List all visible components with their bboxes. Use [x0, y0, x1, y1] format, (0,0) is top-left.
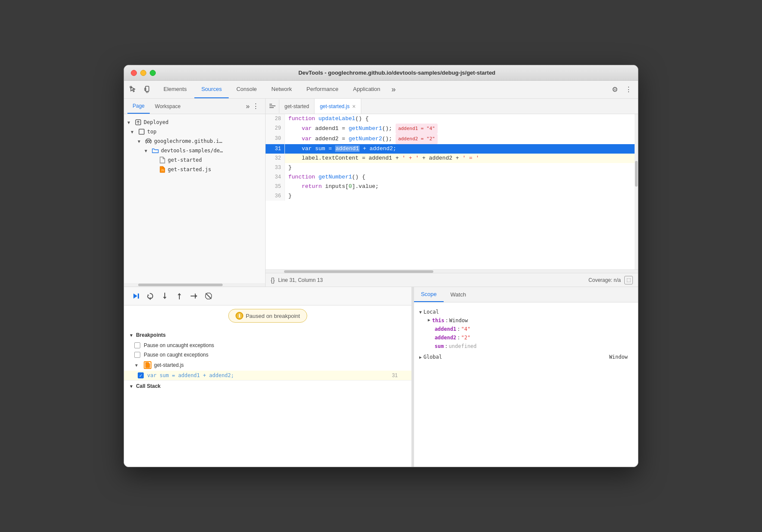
sources-more-tabs[interactable]: »	[246, 103, 250, 110]
tree-arrow-top: ▼	[131, 130, 138, 134]
tab-page[interactable]: Page	[127, 99, 150, 114]
scope-addend2-item: addend2 : "2"	[419, 333, 633, 342]
bp-item-checkbox[interactable]: ✓	[138, 372, 144, 378]
tab-application[interactable]: Application	[346, 81, 387, 98]
device-toolbar-button[interactable]	[141, 84, 153, 96]
line-number-29: 29	[266, 124, 285, 134]
sources-menu-button[interactable]: ⋮	[250, 100, 262, 112]
call-stack-arrow: ▼	[129, 384, 133, 389]
scope-local-section: ▼ Local ▶ this : Window	[414, 306, 638, 352]
global-arrow: ▶	[419, 355, 422, 360]
tab-elements[interactable]: Elements	[157, 81, 194, 98]
debugger-toolbar	[124, 287, 411, 305]
more-tabs-button[interactable]: »	[388, 81, 399, 98]
breakpoint-item[interactable]: ✓ var sum = addend1 + addend2; 31	[124, 371, 411, 380]
scope-tab-scope[interactable]: Scope	[414, 287, 444, 302]
code-line-29: 29 var addend1 = getNumber1();addend1 = …	[266, 124, 638, 134]
debugger-sections: ▼ Breakpoints Pause on uncaught exceptio…	[124, 326, 411, 467]
line-number-30: 30	[266, 134, 285, 144]
top-toolbar: Elements Sources Console Network Perform…	[124, 81, 638, 99]
cursor-position: Line 31, Column 13	[278, 277, 323, 283]
line-number-35: 35	[266, 182, 285, 191]
editor-tab-get-started-js[interactable]: get-started.js ×	[314, 99, 361, 114]
global-value: Window	[609, 354, 633, 360]
pause-caught-item[interactable]: Pause on caught exceptions	[124, 350, 411, 360]
tree-item-get-started-js[interactable]: ▶ JS get-started.js	[124, 165, 265, 174]
line-content-35: return inputs[0].value;	[285, 182, 638, 191]
sources-scrollbar	[124, 283, 265, 287]
code-scrollbar[interactable]	[266, 269, 638, 273]
tab-network[interactable]: Network	[265, 81, 299, 98]
scope-sum-item: sum : undefined	[419, 342, 633, 351]
tab-console[interactable]: Console	[230, 81, 264, 98]
status-left: {} Line 31, Column 13	[271, 277, 323, 284]
scope-this-item[interactable]: ▶ this : Window	[419, 316, 633, 325]
coverage-icon[interactable]: ⬚	[624, 276, 633, 284]
scope-tabs: Scope Watch	[414, 287, 638, 302]
svg-line-22	[206, 293, 211, 299]
breakpoints-label: Breakpoints	[136, 332, 166, 338]
close-button[interactable]	[131, 70, 137, 76]
sources-sub-tabs: Page Workspace » ⋮	[124, 99, 265, 114]
code-editor[interactable]: 28 function updateLabel() { 29 var adden…	[266, 114, 638, 269]
pause-uncaught-item[interactable]: Pause on uncaught exceptions	[124, 341, 411, 350]
local-section-header[interactable]: ▼ Local	[419, 308, 633, 316]
settings-button[interactable]: ⚙	[609, 84, 621, 96]
inspect-element-button[interactable]	[127, 84, 139, 96]
editor-tab-get-started-js-label: get-started.js	[320, 103, 349, 109]
deployed-icon	[134, 118, 142, 126]
pause-caught-checkbox[interactable]	[134, 352, 140, 358]
bp-item-code: var sum = addend1 + addend2;	[147, 372, 234, 378]
fullscreen-button[interactable]	[150, 70, 156, 76]
tree-item-googlechrome[interactable]: ▼ googlechrome.github.i…	[124, 136, 265, 146]
breakpoint-badge: ℹ Paused on breakpoint	[228, 309, 307, 323]
tab-workspace[interactable]: Workspace	[150, 99, 186, 114]
this-arrow: ▶	[428, 317, 430, 322]
editor-scrollbar[interactable]	[635, 114, 638, 269]
main-content: Page Workspace » ⋮ ▼ Deployed ▼	[124, 99, 638, 287]
status-right: Coverage: n/a ⬚	[589, 276, 633, 284]
addend1-key: addend1	[435, 326, 457, 332]
minimize-button[interactable]	[140, 70, 146, 76]
pause-uncaught-checkbox[interactable]	[134, 342, 140, 348]
tab-sources[interactable]: Sources	[194, 81, 229, 98]
tree-item-devtools-samples[interactable]: ▼ devtools-samples/de…	[124, 146, 265, 155]
scope-tab-watch[interactable]: Watch	[444, 287, 473, 302]
tree-item-get-started[interactable]: ▶ get-started	[124, 155, 265, 165]
tab-performance[interactable]: Performance	[299, 81, 345, 98]
devtools-menu-button[interactable]: ⋮	[623, 84, 635, 96]
editor-tab-close-button[interactable]: ×	[352, 103, 356, 110]
tree-label-deployed: Deployed	[144, 119, 169, 125]
editor-tab-get-started[interactable]: get-started	[279, 99, 314, 114]
tree-item-top[interactable]: ▼ top	[124, 127, 265, 136]
step-over-button[interactable]	[144, 290, 157, 302]
toolbar-icons	[127, 84, 153, 96]
code-line-34: 34 function getNumber1() {	[266, 172, 638, 182]
line-number-34: 34	[266, 172, 285, 182]
line-number-36: 36	[266, 191, 285, 201]
call-stack-header[interactable]: ▼ Call Stack	[124, 380, 411, 392]
line-number-33: 33	[266, 163, 285, 172]
step-into-button[interactable]	[158, 290, 171, 302]
step-button[interactable]	[187, 290, 200, 302]
line-number-32: 32	[266, 154, 285, 163]
svg-marker-11	[133, 293, 137, 299]
step-out-button[interactable]	[173, 290, 186, 302]
get-started-file-icon	[158, 156, 166, 164]
addend2-key: addend2	[435, 335, 457, 341]
get-started-js-icon: JS	[158, 166, 166, 173]
breakpoints-header[interactable]: ▼ Breakpoints	[124, 329, 411, 341]
bp-file-label: get-started.js	[154, 362, 184, 368]
scope-global-section[interactable]: ▶ Global Window	[414, 352, 638, 362]
breakpoint-file-item[interactable]: ▼ get-started.js	[124, 360, 411, 371]
format-button[interactable]	[266, 100, 279, 113]
this-key: this	[432, 317, 444, 323]
tree-item-deployed[interactable]: ▼ Deployed	[124, 118, 265, 127]
bp-file-icon	[144, 361, 151, 369]
bp-item-line: 31	[392, 372, 398, 378]
editor-scrollbar-thumb	[635, 161, 638, 187]
resume-button[interactable]	[129, 290, 142, 302]
sum-value: undefined	[449, 343, 477, 349]
breakpoint-notice: ℹ Paused on breakpoint	[124, 305, 411, 326]
deactivate-breakpoints-button[interactable]	[202, 290, 215, 302]
